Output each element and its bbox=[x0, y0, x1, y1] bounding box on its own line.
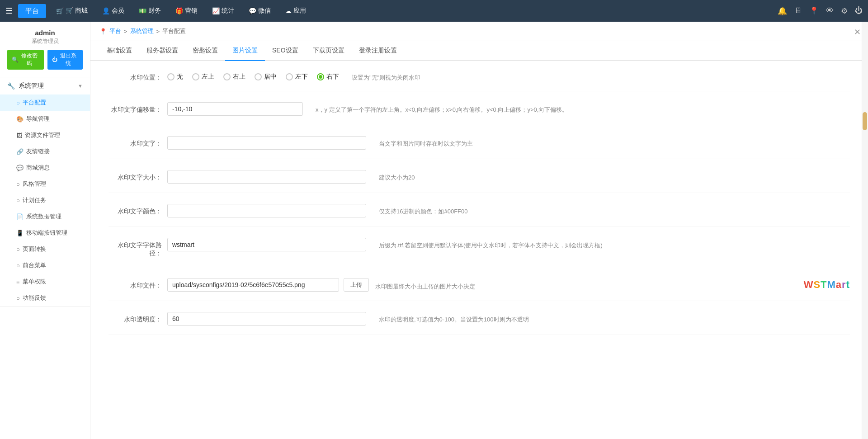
sidebar-item-mobile-buttons[interactable]: 📱 移动端按钮管理 bbox=[0, 225, 90, 241]
watermark-file-input[interactable] bbox=[167, 278, 339, 292]
breadcrumb-system-mgmt[interactable]: 系统管理 bbox=[130, 27, 154, 35]
watermark-size-row: 水印文字大小： 建议大小为20 bbox=[108, 170, 850, 193]
sidebar-user: admin 系统管理员 🔍 修改密码 ⏻ 退出系统 bbox=[0, 22, 90, 77]
permissions-icon: ≡ bbox=[16, 279, 20, 285]
tab-server-settings[interactable]: 服务器设置 bbox=[139, 41, 185, 61]
menu-icon[interactable]: ☰ bbox=[5, 6, 13, 16]
scroll-thumb[interactable] bbox=[863, 112, 867, 130]
sidebar-item-style-management[interactable]: ○ 风格管理 bbox=[0, 176, 90, 192]
palette-icon: 🎨 bbox=[16, 116, 24, 123]
sidebar-item-resource-files[interactable]: 🖼 资源文件管理 bbox=[0, 127, 90, 143]
watermark-font-label: 水印文字字体路径： bbox=[108, 238, 167, 258]
location-icon[interactable]: 📍 bbox=[809, 6, 819, 16]
radio-bottom-left[interactable]: 左下 bbox=[286, 73, 308, 81]
topnav-item-finance[interactable]: 💵 财务 bbox=[132, 4, 167, 18]
sidebar-item-frontend-menu[interactable]: ○ 前台菜单 bbox=[0, 257, 90, 274]
radio-top-right[interactable]: 右上 bbox=[223, 73, 245, 81]
watermark-text-hint: 当文字和图片同时存在时以文字为主 bbox=[379, 136, 850, 148]
settings-icon[interactable]: ⚙ bbox=[841, 6, 848, 16]
watermark-offset-row: 水印文字偏移量： x，y 定义了第一个字符的左上角。x<0,向左偏移；x>0,向… bbox=[108, 102, 850, 125]
watermark-position-controls: 无 左上 右上 居中 bbox=[167, 70, 850, 82]
topnav-right: 🔔 🖥 📍 👁 ⚙ ⏻ bbox=[778, 6, 863, 16]
watermark-font-controls: 后缀为.ttf,若留空则使用默认字体(使用中文水印时，若字体不支持中文，则会出现… bbox=[167, 238, 850, 251]
tab-login-settings[interactable]: 登录注册设置 bbox=[352, 41, 404, 61]
topnav-item-marketing[interactable]: 🎁 营销 bbox=[169, 4, 204, 18]
watermark-opacity-hint: 水印的透明度,可选值为0-100。当设置为100时则为不透明 bbox=[379, 312, 850, 324]
sidebar-item-platform-config[interactable]: ○ 平台配置 bbox=[0, 94, 90, 111]
watermark-position-radio-group: 无 左上 右上 居中 bbox=[167, 70, 339, 81]
watermark-text-label: 水印文字： bbox=[108, 136, 167, 148]
chat-icon: 💬 bbox=[16, 165, 24, 171]
brand-button[interactable]: 平台 bbox=[18, 4, 46, 18]
sidebar-role: 系统管理员 bbox=[7, 38, 83, 45]
watermark-color-input[interactable] bbox=[167, 204, 366, 217]
watermark-opacity-controls: 水印的透明度,可选值为0-100。当设置为100时则为不透明 bbox=[167, 312, 850, 326]
mobile-icon: 📱 bbox=[16, 230, 24, 236]
watermark-position-row: 水印位置： 无 左上 右上 bbox=[108, 70, 850, 91]
topnav-item-wechat[interactable]: 💬 微信 bbox=[242, 4, 277, 18]
sidebar-group-header-system[interactable]: 🔧 系统管理 ▼ bbox=[0, 77, 90, 94]
tab-download-settings[interactable]: 下载页设置 bbox=[306, 41, 352, 61]
watermark-text-input[interactable] bbox=[167, 136, 366, 150]
notification-icon[interactable]: 🔔 bbox=[778, 6, 787, 16]
link-icon: 🔗 bbox=[16, 148, 24, 155]
watermark-offset-label: 水印文字偏移量： bbox=[108, 102, 167, 114]
watermark-color-row: 水印文字颜色： 仅支持16进制的颜色：如#00FF00 bbox=[108, 204, 850, 227]
topnav-item-stats[interactable]: 📈 统计 bbox=[206, 4, 241, 18]
monitor-icon[interactable]: 🖥 bbox=[794, 6, 802, 15]
image-icon: 🖼 bbox=[16, 132, 22, 139]
watermark-offset-input[interactable] bbox=[167, 102, 303, 116]
watermark-color-hint: 仅支持16进制的颜色：如#00FF00 bbox=[379, 204, 850, 216]
topnav-item-apps[interactable]: ☁ 应用 bbox=[279, 4, 312, 18]
watermark-size-hint: 建议大小为20 bbox=[379, 170, 850, 182]
sidebar-item-friendly-links[interactable]: 🔗 友情链接 bbox=[0, 143, 90, 160]
watermark-opacity-input[interactable] bbox=[167, 312, 366, 326]
sidebar-item-page-convert[interactable]: ○ 页面转换 bbox=[0, 241, 90, 257]
sidebar-item-scheduled-tasks[interactable]: ○ 计划任务 bbox=[0, 192, 90, 208]
topnav-item-member[interactable]: 👤 会员 bbox=[96, 4, 131, 18]
radio-none[interactable]: 无 bbox=[167, 73, 183, 81]
topnav-item-mall[interactable]: 🛒 🛒 商城 bbox=[50, 4, 94, 18]
watermark-color-label: 水印文字颜色： bbox=[108, 204, 167, 216]
sidebar-item-nav-management[interactable]: 🎨 导航管理 bbox=[0, 111, 90, 127]
radio-circle-top-right bbox=[223, 73, 231, 80]
radio-bottom-right[interactable]: 右下 bbox=[317, 73, 339, 81]
watermark-color-controls: 仅支持16进制的颜色：如#00FF00 bbox=[167, 204, 850, 217]
upload-button[interactable]: 上传 bbox=[344, 278, 369, 292]
tab-basic-settings[interactable]: 基础设置 bbox=[99, 41, 139, 61]
scrollbar[interactable] bbox=[862, 22, 868, 439]
tab-secret-settings[interactable]: 密匙设置 bbox=[185, 41, 225, 61]
watermark-opacity-label: 水印透明度： bbox=[108, 312, 167, 324]
task-icon: ○ bbox=[16, 197, 20, 204]
chevron-down-icon: ▼ bbox=[78, 83, 83, 89]
modify-pwd-button[interactable]: 🔍 修改密码 bbox=[7, 50, 44, 70]
view-icon[interactable]: 👁 bbox=[826, 6, 834, 15]
sidebar-item-feedback[interactable]: ○ 功能反馈 bbox=[0, 290, 90, 306]
radio-circle-center bbox=[255, 73, 262, 80]
sidebar-item-mall-messages[interactable]: 💬 商城消息 bbox=[0, 160, 90, 176]
tab-image-settings[interactable]: 图片设置 bbox=[225, 41, 265, 61]
watermark-font-row: 水印文字字体路径： 后缀为.ttf,若留空则使用默认字体(使用中文水印时，若字体… bbox=[108, 238, 850, 267]
form-area: 水印位置： 无 左上 右上 bbox=[90, 61, 868, 439]
tab-seo-settings[interactable]: SEO设置 bbox=[265, 41, 306, 61]
watermark-size-input[interactable] bbox=[167, 170, 366, 184]
main-content: ✕ 📍 平台 > 系统管理 > 平台配置 基础设置 服务器设置 密匙设置 图片设… bbox=[90, 22, 868, 439]
close-button[interactable]: ✕ bbox=[854, 27, 861, 37]
watermark-text-controls: 当文字和图片同时存在时以文字为主 bbox=[167, 136, 850, 150]
watermark-font-input[interactable] bbox=[167, 238, 366, 251]
sidebar-item-menu-permissions[interactable]: ≡ 菜单权限 bbox=[0, 274, 90, 290]
wrench-icon: 🔧 bbox=[7, 82, 15, 90]
sidebar-item-system-data[interactable]: 📄 系统数据管理 bbox=[0, 208, 90, 225]
data-icon: 📄 bbox=[16, 213, 24, 220]
style-icon: ○ bbox=[16, 181, 20, 188]
logout-button[interactable]: ⏻ 退出系统 bbox=[47, 50, 83, 70]
breadcrumb-platform[interactable]: 平台 bbox=[109, 27, 121, 35]
power-icon[interactable]: ⏻ bbox=[855, 6, 863, 15]
radio-top-left[interactable]: 左上 bbox=[192, 73, 214, 81]
watermark-file-controls: 上传 水印图最终大小由上传的图片大小决定 WSTMart bbox=[167, 278, 850, 292]
radio-center[interactable]: 居中 bbox=[255, 73, 277, 81]
tabs: 基础设置 服务器设置 密匙设置 图片设置 SEO设置 下载页设置 登录注册设置 bbox=[90, 41, 868, 61]
location-pin-icon: 📍 bbox=[99, 28, 107, 35]
feedback-icon: ○ bbox=[16, 295, 20, 302]
sidebar-group-label: 系统管理 bbox=[19, 82, 44, 90]
